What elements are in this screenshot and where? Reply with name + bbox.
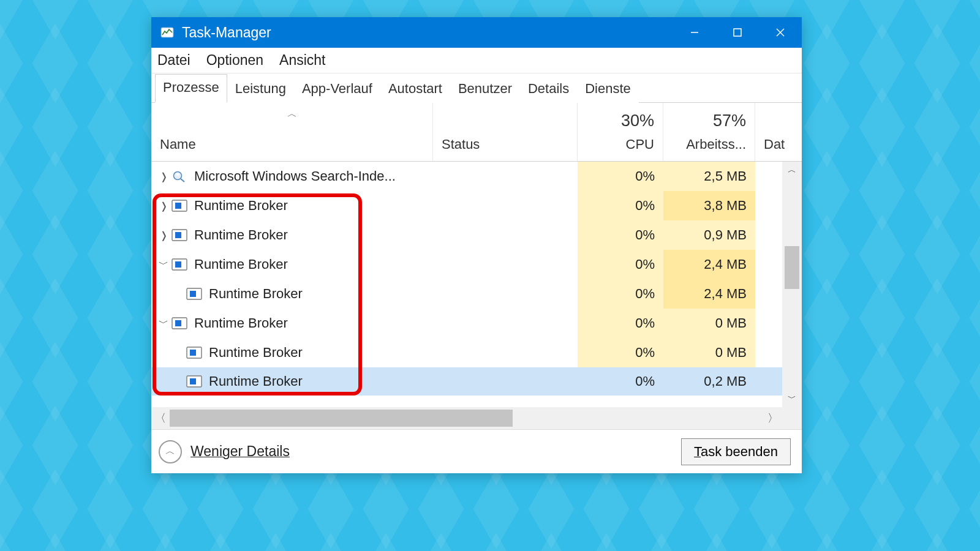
- cpu-total-pct: 30%: [621, 111, 654, 130]
- cpu-cell: 0%: [578, 162, 663, 191]
- process-icon: [171, 228, 188, 242]
- hscroll-track[interactable]: [170, 407, 764, 429]
- task-manager-icon: [160, 25, 175, 40]
- expand-icon[interactable]: ❭: [156, 200, 171, 212]
- column-header-data[interactable]: Dat: [755, 103, 802, 161]
- process-icon: [171, 199, 188, 212]
- maximize-button[interactable]: [716, 17, 759, 48]
- cpu-cell: 0%: [578, 250, 663, 279]
- column-header-status[interactable]: Status: [433, 103, 578, 161]
- cpu-cell: 0%: [578, 338, 663, 367]
- memory-cell: 0 MB: [663, 309, 755, 338]
- process-name: Runtime Broker: [194, 227, 288, 243]
- memory-cell: 2,5 MB: [663, 162, 755, 191]
- svg-rect-2: [734, 29, 741, 36]
- tab-users[interactable]: Benutzer: [450, 75, 520, 103]
- menu-options[interactable]: Optionen: [206, 52, 263, 69]
- cpu-cell: 0%: [578, 279, 663, 309]
- process-name: Runtime Broker: [209, 286, 303, 302]
- svg-rect-17: [175, 320, 181, 326]
- process-name: Runtime Broker: [194, 315, 288, 331]
- tab-processes[interactable]: Prozesse: [155, 74, 227, 103]
- column-header-name[interactable]: ︿ Name: [151, 103, 433, 161]
- process-name: Runtime Broker: [209, 373, 303, 389]
- column-name-label: Name: [160, 137, 196, 152]
- table-row[interactable]: ﹀ Runtime Broker 0% 0 MB: [151, 309, 782, 338]
- column-header-cpu[interactable]: 30% CPU: [578, 103, 663, 161]
- svg-line-6: [181, 179, 184, 182]
- footer: ︿ Weniger Details Task beenden: [151, 429, 802, 473]
- menu-view[interactable]: Ansicht: [279, 52, 325, 69]
- svg-rect-19: [190, 350, 196, 356]
- expand-icon[interactable]: ❭: [156, 171, 171, 182]
- end-task-button[interactable]: Task beenden: [681, 438, 791, 465]
- scroll-up-icon[interactable]: ︿: [782, 162, 802, 179]
- horizontal-scrollbar[interactable]: 〈 〉: [151, 407, 782, 429]
- vscroll-track[interactable]: [782, 179, 802, 390]
- column-header-memory[interactable]: 57% Arbeitss...: [663, 103, 755, 161]
- table-row[interactable]: ❭ Runtime Broker 0% 0,9 MB: [151, 220, 782, 250]
- table-row[interactable]: Runtime Broker 0% 0 MB: [151, 338, 782, 367]
- menubar: Datei Optionen Ansicht: [151, 48, 802, 73]
- minimize-button[interactable]: [673, 17, 716, 48]
- cpu-cell: 0%: [578, 220, 663, 250]
- svg-rect-15: [190, 291, 196, 297]
- expand-icon[interactable]: ❭: [156, 230, 171, 241]
- process-rows: ❭ Microsoft Windows Search-Inde... 0% 2,…: [151, 162, 782, 407]
- expand-icon[interactable]: ﹀: [156, 258, 171, 271]
- column-cpu-label: CPU: [626, 137, 654, 152]
- fewer-details-label: Weniger Details: [190, 443, 290, 460]
- column-mem-label: Arbeitss...: [686, 137, 746, 152]
- search-icon: [171, 170, 188, 183]
- vscroll-thumb[interactable]: [785, 246, 799, 289]
- table-row[interactable]: ﹀ Runtime Broker 0% 2,4 MB: [151, 250, 782, 279]
- process-icon: [186, 375, 203, 388]
- table-row[interactable]: ❭ Microsoft Windows Search-Inde... 0% 2,…: [151, 162, 782, 191]
- menu-file[interactable]: Datei: [157, 52, 190, 69]
- window-controls: [673, 17, 802, 48]
- chevron-up-icon: ︿: [159, 440, 182, 463]
- memory-cell: 2,4 MB: [663, 250, 755, 279]
- process-icon: [186, 287, 203, 301]
- process-name: Microsoft Windows Search-Inde...: [194, 168, 396, 184]
- expand-icon[interactable]: ﹀: [156, 317, 171, 330]
- memory-cell: 0,2 MB: [663, 367, 755, 395]
- scroll-corner: [782, 407, 802, 429]
- process-icon: [171, 258, 188, 271]
- titlebar[interactable]: Task-Manager: [151, 17, 802, 48]
- table-row[interactable]: ❭ Runtime Broker 0% 3,8 MB: [151, 191, 782, 220]
- fewer-details-toggle[interactable]: ︿ Weniger Details: [159, 440, 290, 463]
- svg-rect-21: [190, 378, 196, 384]
- tab-performance[interactable]: Leistung: [227, 75, 294, 103]
- tabbar: Prozesse Leistung App-Verlauf Autostart …: [151, 73, 802, 103]
- process-name: Runtime Broker: [194, 257, 288, 272]
- process-list-area: ❭ Microsoft Windows Search-Inde... 0% 2,…: [151, 162, 802, 429]
- svg-rect-11: [175, 232, 181, 238]
- memory-cell: 3,8 MB: [663, 191, 755, 220]
- hscroll-thumb[interactable]: [170, 410, 513, 427]
- tab-app-history[interactable]: App-Verlauf: [294, 75, 380, 103]
- cpu-cell: 0%: [578, 367, 663, 395]
- column-status-label: Status: [442, 137, 480, 152]
- sort-indicator-icon: ︿: [287, 108, 297, 121]
- close-button[interactable]: [759, 17, 802, 48]
- svg-point-7: [176, 173, 179, 176]
- process-icon: [171, 317, 188, 330]
- tab-services[interactable]: Dienste: [577, 75, 639, 103]
- task-manager-window: Task-Manager Datei Optionen Ansicht Proz…: [151, 17, 802, 473]
- table-row[interactable]: Runtime Broker 0% 0,2 MB: [151, 367, 782, 395]
- tab-details[interactable]: Details: [520, 75, 577, 103]
- scroll-left-icon[interactable]: 〈: [151, 407, 170, 429]
- tab-startup[interactable]: Autostart: [380, 75, 450, 103]
- vertical-scrollbar[interactable]: ︿ ﹀: [782, 162, 802, 407]
- cpu-cell: 0%: [578, 309, 663, 338]
- memory-cell: 2,4 MB: [663, 279, 755, 309]
- table-row[interactable]: Runtime Broker 0% 2,4 MB: [151, 279, 782, 309]
- svg-rect-13: [175, 261, 181, 268]
- scroll-down-icon[interactable]: ﹀: [782, 390, 802, 407]
- mem-total-pct: 57%: [713, 111, 746, 130]
- window-title: Task-Manager: [182, 24, 271, 41]
- process-icon: [186, 346, 203, 359]
- scroll-right-icon[interactable]: 〉: [764, 407, 782, 429]
- process-name: Runtime Broker: [194, 198, 288, 214]
